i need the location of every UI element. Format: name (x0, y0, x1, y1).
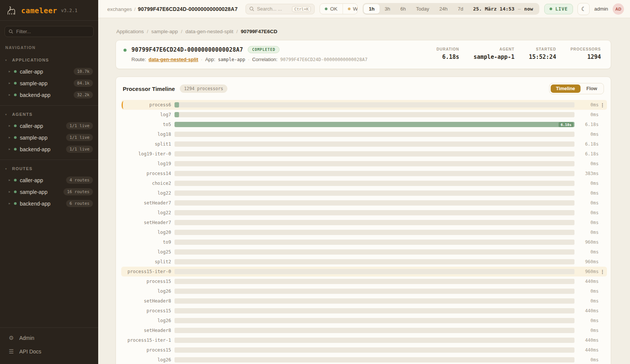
timeline-row-log19-iter-0[interactable]: log19-iter-0 6.18s ⋮ (121, 149, 607, 159)
selected-row-marker-icon (122, 297, 125, 305)
duration-value: 0ms (574, 181, 599, 186)
kebab-menu-icon[interactable]: ⋮ (599, 102, 606, 108)
sidebar-item-agents-caller-app[interactable]: ▸ caller-app 1/1 live (0, 120, 98, 132)
dark-mode-button[interactable]: ☾ (578, 3, 590, 15)
timeline-row-process15[interactable]: process15 440ms ⋮ (121, 345, 607, 355)
timeline-row-log19[interactable]: log19 0ms ⋮ (121, 159, 607, 169)
item-count-badge: 1/1 live (66, 134, 93, 141)
chevron-right-icon[interactable]: ▸ (9, 124, 11, 127)
live-toggle[interactable]: LIVE (544, 4, 573, 14)
global-search[interactable]: Ctrl+K (246, 4, 315, 14)
time-range-7d[interactable]: 7d (453, 4, 468, 14)
chevron-right-icon[interactable]: ▸ (9, 178, 11, 182)
time-range-3h[interactable]: 3h (380, 4, 395, 14)
time-range-24h[interactable]: 24h (434, 4, 452, 14)
timeline-row-log26[interactable]: log26 0ms ⋮ (121, 286, 607, 296)
selected-row-marker-icon (122, 199, 125, 207)
item-count-badge: 16 routes (63, 188, 93, 195)
timeline-row-log7[interactable]: log7 0ms ⋮ (121, 110, 607, 120)
timeline-row-log26[interactable]: log26 0ms ⋮ (121, 355, 607, 364)
breadcrumb-item[interactable]: 90799F47E6CD (241, 29, 277, 34)
sidebar-item-routes-backend-app[interactable]: ▸ backend-app 6 routes (0, 198, 98, 209)
sidebar-item-applications-sample-app[interactable]: ▸ sample-app 84.1k (0, 77, 98, 89)
section-header[interactable]: ▾ AGENTS (0, 109, 98, 120)
kebab-menu-icon[interactable]: ⋮ (599, 269, 606, 275)
time-range-1h[interactable]: 1h (364, 4, 379, 14)
duration-value: 0ms (574, 112, 599, 117)
app-logo: cameleer v3.2.1 (0, 0, 98, 20)
timeline-row-setHeader8[interactable]: setHeader8 0ms ⋮ (121, 296, 607, 306)
time-range-today[interactable]: Today (411, 4, 434, 14)
processor-name: setHeader8 (125, 298, 174, 304)
route-label: Route: (131, 57, 146, 62)
timeline-row-process15-iter-0[interactable]: process15-iter-0 960ms ⋮ (121, 267, 607, 276)
processor-name: process15 (125, 308, 174, 313)
status-filter-warn[interactable]: Warn (343, 4, 358, 14)
date-range-display[interactable]: 25. März 14:53—now (468, 6, 538, 12)
chevron-right-icon[interactable]: ▸ (9, 202, 11, 205)
duration-value: 0ms (574, 161, 599, 166)
timeline-row-log26[interactable]: log26 0ms ⋮ (121, 316, 607, 326)
section-header[interactable]: ▾ ROUTES (0, 163, 98, 174)
processor-name: choice2 (125, 181, 174, 186)
timeline-row-process15[interactable]: process15 440ms ⋮ (121, 306, 607, 316)
section-header[interactable]: ▾ APPLICATIONS (0, 54, 98, 66)
sidebar-item-agents-backend-app[interactable]: ▸ backend-app 1/1 live (0, 143, 98, 155)
timeline-row-setHeader7[interactable]: setHeader7 0ms ⋮ (121, 218, 607, 227)
sidebar-item-routes-caller-app[interactable]: ▸ caller-app 4 routes (0, 174, 98, 186)
duration-value: 0ms (574, 200, 599, 206)
timeline-row-setHeader8[interactable]: setHeader8 0ms ⋮ (121, 326, 607, 335)
route-link[interactable]: data-gen-nested-split (148, 57, 198, 62)
moon-icon: ☾ (581, 6, 586, 12)
timeline-row-split1[interactable]: split1 6.18s ⋮ (121, 139, 607, 149)
timeline-row-process6[interactable]: process6 0ms ⋮ (121, 100, 607, 110)
sidebar-item-applications-backend-app[interactable]: ▸ backend-app 32.2k (0, 89, 98, 101)
status-dot (14, 70, 17, 73)
sidebar-item-routes-sample-app[interactable]: ▸ sample-app 16 routes (0, 186, 98, 198)
duration-value: 0ms (574, 328, 599, 333)
avatar[interactable]: AD (613, 3, 624, 15)
breadcrumb-data-gen-nested-split[interactable]: data-gen-nested-split (185, 29, 233, 34)
chevron-right-icon[interactable]: ▸ (9, 136, 11, 139)
topbar-breadcrumb: exchanges/90799F47E6CD24D-00000000000028… (107, 6, 238, 12)
sidebar-item-agents-sample-app[interactable]: ▸ sample-app 1/1 live (0, 132, 98, 143)
breadcrumb-item[interactable]: data-gen-nested-split/ (185, 29, 241, 34)
timeline-row-process14[interactable]: process14 383ms ⋮ (121, 169, 607, 178)
timeline-row-setHeader7[interactable]: setHeader7 0ms ⋮ (121, 198, 607, 208)
view-toggle-flow[interactable]: Flow (581, 84, 602, 93)
chevron-right-icon[interactable]: ▸ (9, 190, 11, 194)
view-toggle-timeline[interactable]: Timeline (551, 84, 580, 93)
chevron-right-icon[interactable]: ▸ (9, 147, 11, 151)
timeline-row-process15[interactable]: process15 440ms ⋮ (121, 276, 607, 286)
timeline-row-to5[interactable]: to5 6.18s 6.18s ⋮ (121, 120, 607, 129)
chevron-right-icon[interactable]: ▸ (9, 93, 11, 97)
processor-name: log19 (125, 161, 174, 166)
filter-input[interactable] (16, 29, 90, 34)
status-filter-ok[interactable]: OK (320, 4, 343, 14)
chevron-right-icon[interactable]: ▸ (9, 81, 11, 85)
sidebar-footer-admin[interactable]: ⚙ Admin (5, 332, 94, 344)
timeline-row-log18[interactable]: log18 0ms ⋮ (121, 129, 607, 139)
timeline-row-choice2[interactable]: choice2 0ms ⋮ (121, 178, 607, 188)
timeline-row-to9[interactable]: to9 960ms ⋮ (121, 237, 607, 247)
item-label: backend-app (20, 92, 51, 98)
timeline-row-log25[interactable]: log25 0ms ⋮ (121, 247, 607, 257)
sidebar-filter[interactable] (5, 26, 94, 37)
range-from: 25. März 14:53 (473, 6, 514, 12)
exchange-summary-card: 90799F47E6CD24D-00000000000028A7 COMPLET… (116, 40, 611, 69)
time-range-6h[interactable]: 6h (395, 4, 411, 14)
breadcrumb-applications[interactable]: Applications (116, 29, 144, 34)
sidebar-footer-api-docs[interactable]: ☰ API Docs (5, 345, 94, 358)
timeline-row-log22[interactable]: log22 0ms ⋮ (121, 188, 607, 198)
timeline-row-log20[interactable]: log20 0ms ⋮ (121, 227, 607, 237)
chevron-right-icon[interactable]: ▸ (9, 70, 11, 73)
breadcrumb-sample-app[interactable]: sample-app (151, 29, 178, 34)
sidebar-item-applications-caller-app[interactable]: ▸ caller-app 10.7k (0, 66, 98, 77)
timeline-row-log22[interactable]: log22 0ms ⋮ (121, 208, 607, 218)
timeline-row-process15-iter-1[interactable]: process15-iter-1 440ms ⋮ (121, 335, 607, 345)
search-input[interactable] (257, 6, 289, 12)
timeline-row-split2[interactable]: split2 960ms ⋮ (121, 257, 607, 267)
breadcrumb-section[interactable]: exchanges (107, 6, 132, 12)
breadcrumb-item[interactable]: sample-app/ (151, 29, 185, 34)
breadcrumb-item[interactable]: Applications/ (116, 29, 151, 34)
